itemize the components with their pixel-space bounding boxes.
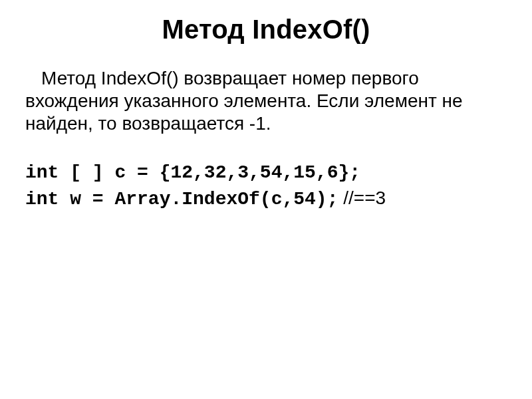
code-line-2: int w = Array.IndexOf(c,54); //==3	[25, 186, 507, 212]
slide-title: Метод IndexOf()	[25, 15, 507, 45]
code-line-1-text: int [ ] c = {12,32,3,54,15,6};	[25, 162, 360, 183]
slide: Метод IndexOf() Метод IndexOf() возвраща…	[0, 0, 532, 399]
slide-paragraph: Метод IndexOf() возвращает номер первого…	[25, 67, 493, 135]
code-line-2-comment: //==3	[338, 188, 386, 208]
code-line-1: int [ ] c = {12,32,3,54,15,6};	[25, 159, 507, 186]
code-block: int [ ] c = {12,32,3,54,15,6}; int w = A…	[25, 159, 507, 212]
code-line-2-code: int w = Array.IndexOf(c,54);	[25, 189, 338, 209]
